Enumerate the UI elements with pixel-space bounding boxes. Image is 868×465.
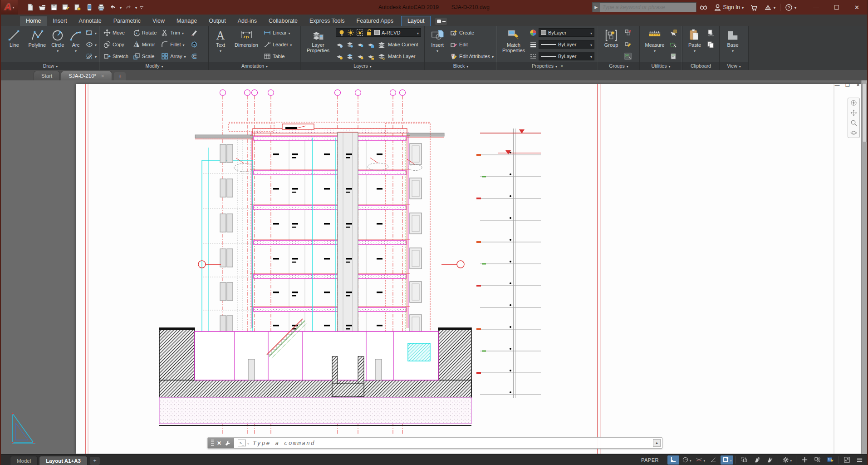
pan-icon[interactable] (850, 109, 857, 116)
tab-view[interactable]: View (147, 16, 171, 26)
layer-on-icon[interactable] (336, 53, 343, 60)
match-properties-button[interactable]: Match Properties (500, 27, 527, 61)
tab-express-tools[interactable]: Express Tools (304, 16, 351, 26)
zoom-icon[interactable] (850, 119, 857, 126)
layer-dropdown[interactable]: A-REVD (336, 28, 421, 37)
save-as-icon[interactable] (61, 3, 71, 12)
doc-minimize-icon[interactable]: — (834, 82, 840, 88)
paste-button[interactable]: Paste (686, 27, 704, 61)
close-tab-icon[interactable]: ✕ (101, 74, 104, 79)
trim-button[interactable]: Trim (161, 28, 186, 37)
selection-cycling-button[interactable] (738, 455, 750, 465)
group-button[interactable]: Group (601, 27, 621, 61)
circle-button[interactable]: Circle (50, 27, 66, 61)
object-color-dropdown[interactable]: ByLayer (539, 28, 594, 37)
group-selection-toggle-icon[interactable] (624, 53, 632, 60)
search-input[interactable] (600, 3, 696, 12)
ellipse-tool-icon[interactable] (86, 41, 93, 48)
table-button[interactable]: Table (264, 52, 292, 60)
stretch-button[interactable]: Stretch (103, 52, 128, 60)
mirror-button[interactable]: Mirror (133, 40, 157, 49)
panel-label-modify[interactable]: Modify (100, 62, 208, 70)
search-communities-icon[interactable] (696, 0, 711, 15)
plot-icon[interactable] (73, 3, 83, 12)
create-block-button[interactable]: Create (450, 28, 494, 37)
close-button[interactable]: ✕ (847, 1, 867, 14)
scale-button[interactable]: Scale (133, 52, 157, 60)
tab-home[interactable]: Home (20, 16, 47, 26)
dynamic-ucs-button[interactable] (751, 455, 763, 465)
app-store-icon[interactable] (747, 0, 761, 15)
panel-label-utilities[interactable]: Utilities (640, 62, 682, 70)
graphics-performance-button[interactable] (824, 455, 836, 465)
layer-lock-icon[interactable] (367, 41, 374, 48)
lineweight-dropdown[interactable]: ByLayer (539, 40, 594, 49)
new-layout-button[interactable] (90, 457, 100, 465)
rectangle-tool-icon[interactable] (86, 29, 93, 36)
paper-space-button[interactable]: PAPER (638, 457, 662, 463)
leader-button[interactable]: Leader (264, 40, 292, 49)
layer-unlock2-icon[interactable] (367, 53, 374, 60)
arc-button[interactable]: Arc (69, 27, 83, 61)
help-icon[interactable]: ? (782, 0, 799, 15)
panel-label-groups[interactable]: Groups (598, 62, 639, 70)
panel-label-layers[interactable]: Layers (301, 62, 424, 70)
move-button[interactable]: Move (103, 28, 128, 37)
layer-on-bulb-icon[interactable] (338, 29, 345, 36)
sign-in-button[interactable]: Sign In (711, 0, 747, 15)
copy-clip-icon[interactable] (707, 41, 714, 48)
maximize-button[interactable]: ☐ (826, 1, 847, 14)
base-button[interactable]: Base (723, 27, 743, 61)
doc-restore-icon[interactable]: ❐ (844, 82, 851, 88)
tab-output[interactable]: Output (203, 16, 232, 26)
text-button[interactable]: AText (212, 27, 229, 61)
offset-icon[interactable] (191, 53, 198, 60)
tab-annotate[interactable]: Annotate (73, 16, 108, 26)
customization-menu-button[interactable] (853, 455, 865, 465)
new-drawing-tab-button[interactable] (114, 72, 126, 80)
dynamic-input-button[interactable] (764, 455, 775, 465)
measure-button[interactable]: Measure (643, 27, 667, 61)
quick-calculator-icon[interactable] (670, 53, 677, 60)
insert-block-button[interactable]: Insert (428, 27, 447, 61)
new-file-icon[interactable] (25, 3, 35, 12)
tab-collaborate[interactable]: Collaborate (263, 16, 304, 26)
print-icon[interactable] (96, 3, 106, 12)
command-line-grip[interactable]: ✕ (208, 438, 234, 448)
application-menu-button[interactable]: A▾ (1, 0, 18, 15)
layer-isolate-icon[interactable] (346, 41, 353, 48)
tab-addins[interactable]: Add-ins (232, 16, 263, 26)
open-file-icon[interactable] (37, 3, 47, 12)
search-arrow-icon[interactable]: ▶ (593, 3, 600, 12)
cut-icon[interactable] (707, 29, 714, 36)
redo-icon[interactable] (123, 3, 133, 12)
tab-layout[interactable]: Layout (401, 16, 431, 26)
panel-label-block[interactable]: Block (425, 62, 497, 70)
fillet-button[interactable]: Fillet (161, 40, 186, 49)
panel-label-annotation[interactable]: Annotation (209, 62, 300, 70)
panel-label-clipboard[interactable]: Clipboard (682, 62, 719, 70)
orbit-icon[interactable] (850, 129, 857, 136)
group-edit-icon[interactable] (624, 41, 632, 48)
command-wrench-icon[interactable] (225, 440, 231, 446)
isometric-drafting-button[interactable] (694, 455, 707, 465)
array-button[interactable]: Array (161, 52, 186, 60)
match-layer-button[interactable]: Match Layer (388, 54, 416, 59)
undo-icon[interactable] (108, 3, 118, 12)
polyline-button[interactable]: Polyline (28, 27, 47, 61)
save-icon[interactable] (49, 3, 59, 12)
line-button[interactable]: Line (4, 27, 25, 61)
layer-freeze-icon[interactable] (357, 41, 364, 48)
scrollbar-thumb[interactable] (862, 83, 867, 142)
autodesk-a360-icon[interactable] (761, 0, 779, 15)
erase-icon[interactable] (191, 29, 198, 36)
layer-thaw-sun-icon[interactable] (347, 29, 354, 36)
command-line-bar[interactable]: ✕ >_ (207, 437, 662, 449)
file-tab-start[interactable]: Start (34, 71, 60, 80)
minimize-button[interactable]: — (806, 1, 826, 14)
workspace-switching-button[interactable] (780, 455, 794, 465)
layer-color-swatch[interactable] (374, 30, 380, 35)
hatch-tool-icon[interactable] (86, 53, 93, 60)
linear-button[interactable]: Linear (264, 28, 292, 37)
panel-label-view[interactable]: View (720, 62, 748, 70)
